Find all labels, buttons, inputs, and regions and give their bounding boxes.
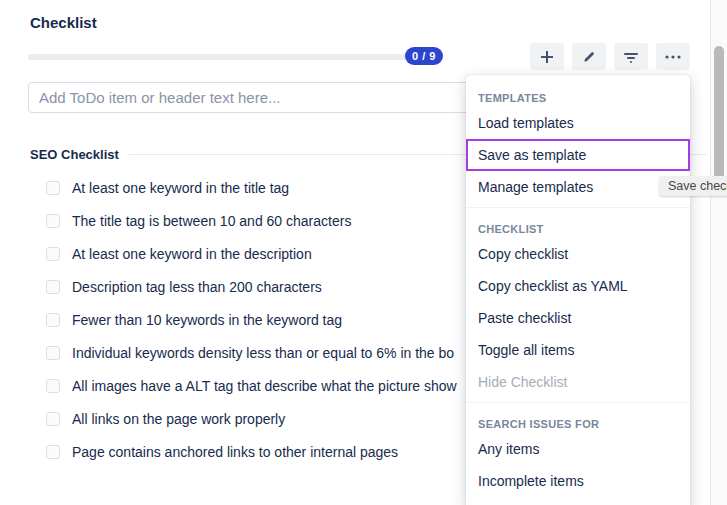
- more-actions-menu: TEMPLATES Load templates Save as templat…: [466, 75, 690, 505]
- checkbox[interactable]: [46, 181, 60, 195]
- menu-item-any-items[interactable]: Any items: [466, 433, 690, 465]
- edit-button[interactable]: [572, 43, 606, 70]
- page-title: Checklist: [30, 14, 97, 31]
- ellipsis-icon: [665, 55, 681, 59]
- checklist-item-label[interactable]: At least one keyword in the title tag: [72, 180, 289, 196]
- menu-item-incomplete-items[interactable]: Incomplete items: [466, 465, 690, 497]
- more-button[interactable]: [656, 43, 690, 70]
- checkbox[interactable]: [46, 280, 60, 294]
- checkbox[interactable]: [46, 313, 60, 327]
- checkbox[interactable]: [46, 412, 60, 426]
- checklist-item: At least one keyword in the description: [46, 240, 312, 268]
- pencil-icon: [582, 50, 596, 64]
- checklist-item-label[interactable]: Fewer than 10 keywords in the keyword ta…: [72, 312, 342, 328]
- checklist-item-label[interactable]: Page contains anchored links to other in…: [72, 444, 398, 460]
- menu-item-save-as-template[interactable]: Save as template: [466, 139, 690, 171]
- menu-item-manage-templates[interactable]: Manage templates: [466, 171, 690, 203]
- plus-icon: [540, 50, 554, 64]
- menu-item-copy-checklist-yaml[interactable]: Copy checklist as YAML: [466, 270, 690, 302]
- checklist-toolbar: [530, 43, 690, 70]
- menu-section-header: TEMPLATES: [466, 81, 690, 107]
- filter-icon: [623, 49, 639, 65]
- checkbox[interactable]: [46, 445, 60, 459]
- progress-badge: 0 / 9: [405, 47, 443, 65]
- scrollbar-thumb[interactable]: [714, 46, 724, 188]
- menu-divider: [466, 402, 690, 403]
- checklist-item: All links on the page work properly: [46, 405, 285, 433]
- menu-section-header: SEARCH ISSUES FOR: [466, 407, 690, 433]
- menu-item-copy-checklist[interactable]: Copy checklist: [466, 238, 690, 270]
- checklist-item: Page contains anchored links to other in…: [46, 438, 398, 466]
- checklist-item: Individual keywords density less than or…: [46, 339, 454, 367]
- checklist-item-label[interactable]: The title tag is between 10 and 60 chara…: [72, 213, 351, 229]
- checklist-item: Description tag less than 200 characters: [46, 273, 322, 301]
- checklist-item: At least one keyword in the title tag: [46, 174, 289, 202]
- checkbox[interactable]: [46, 379, 60, 393]
- add-item-button[interactable]: [530, 43, 564, 70]
- checkbox[interactable]: [46, 346, 60, 360]
- menu-item-item-text[interactable]: Item text: [466, 497, 690, 505]
- menu-item-load-templates[interactable]: Load templates: [466, 107, 690, 139]
- checklist-item-label[interactable]: All images have a ALT tag that describe …: [72, 378, 457, 394]
- menu-item-toggle-all-items[interactable]: Toggle all items: [466, 334, 690, 366]
- progress-bar: [28, 54, 425, 60]
- menu-divider: [466, 207, 690, 208]
- tooltip: Save checkli: [659, 176, 727, 196]
- checklist-item: All images have a ALT tag that describe …: [46, 372, 457, 400]
- filter-button[interactable]: [614, 43, 648, 70]
- section-title: SEO Checklist: [30, 147, 119, 162]
- checklist-item-label[interactable]: Individual keywords density less than or…: [72, 345, 454, 361]
- checklist-item-label[interactable]: All links on the page work properly: [72, 411, 285, 427]
- menu-section-header: CHECKLIST: [466, 212, 690, 238]
- checklist-item-label[interactable]: Description tag less than 200 characters: [72, 279, 322, 295]
- menu-item-paste-checklist[interactable]: Paste checklist: [466, 302, 690, 334]
- checklist-item: The title tag is between 10 and 60 chara…: [46, 207, 351, 235]
- scrollbar-track[interactable]: [710, 0, 727, 505]
- checkbox[interactable]: [46, 247, 60, 261]
- checklist-item: Fewer than 10 keywords in the keyword ta…: [46, 306, 342, 334]
- menu-item-hide-checklist: Hide Checklist: [466, 366, 690, 398]
- checkbox[interactable]: [46, 214, 60, 228]
- checklist-item-label[interactable]: At least one keyword in the description: [72, 246, 312, 262]
